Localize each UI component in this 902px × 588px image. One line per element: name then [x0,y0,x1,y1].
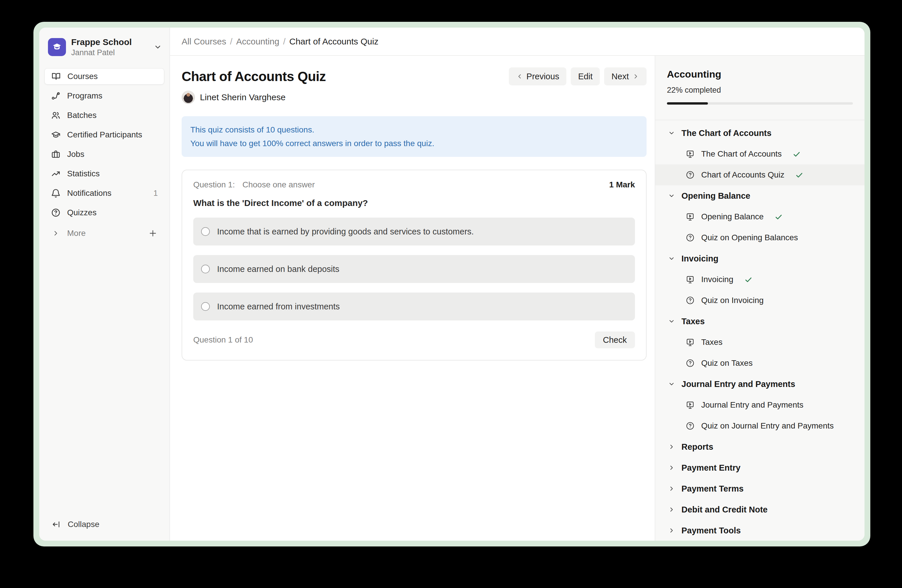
breadcrumb-accounting[interactable]: Accounting [236,37,279,47]
radio-button[interactable] [201,265,210,274]
chevron-down-icon [154,43,162,51]
check-button[interactable]: Check [595,332,635,348]
sidebar-item-courses[interactable]: Courses [44,68,164,84]
breadcrumb-all-courses[interactable]: All Courses [182,37,226,47]
sidebar-item-label: Courses [67,72,98,81]
outline-section-title: Payment Terms [681,484,744,494]
answer-option-2[interactable]: Income earned on bank deposits [193,255,635,283]
sidebar-item-jobs[interactable]: Jobs [44,146,164,163]
quiz-info-line: This quiz consists of 10 questions. [190,123,638,136]
main-content: Chart of Accounts Quiz Previous Edit [170,56,655,541]
outline-section-title: Taxes [681,317,705,326]
course-progress-bar [667,102,853,105]
outline-item-quiz-on-journal-entry-and-payments[interactable]: Quiz on Journal Entry and Payments [655,416,864,436]
outline-section-payment-terms[interactable]: Payment Terms [655,478,864,499]
app-window-frame: Frappe School Jannat Patel CoursesProgra… [33,22,870,546]
plus-icon[interactable] [149,229,157,238]
answer-option-3[interactable]: Income earned from investments [193,292,635,321]
trending-up-icon [51,169,61,179]
sidebar-item-more[interactable]: More [44,225,164,241]
chevron-left-icon [516,73,523,80]
sidebar-item-label: Jobs [67,150,84,159]
chevron-right-icon [632,73,639,80]
outline-item-journal-entry-and-payments[interactable]: Journal Entry and Payments [655,394,864,416]
sidebar-item-label: Programs [67,91,102,100]
outline-section-opening-balance[interactable]: Opening Balance [655,185,864,206]
breadcrumb-separator: / [230,37,232,47]
chevron-right-icon [668,485,675,492]
quiz-info-line: You will have to get 100% correct answer… [190,136,638,150]
edit-label: Edit [578,72,592,81]
sidebar-item-certified-participants[interactable]: Certified Participants [44,127,164,143]
outline-item-opening-balance[interactable]: Opening Balance [655,206,864,227]
question-progress: Question 1 of 10 [193,335,253,344]
course-outline-sidebar: Accounting 22% completed The Chart of Ac… [655,56,864,541]
question-marks: 1 Mark [609,180,635,189]
outline-item-label: Quiz on Opening Balances [701,233,798,242]
answer-option-1[interactable]: Income that is earned by providing goods… [193,217,635,246]
sidebar-item-statistics[interactable]: Statistics [44,166,164,182]
next-button[interactable]: Next [604,67,647,85]
briefcase-icon [51,149,61,159]
radio-button[interactable] [201,227,210,236]
help-circle-icon [51,208,61,217]
sidebar-item-programs[interactable]: Programs [44,88,164,104]
question-text: What is the 'Direct Income' of a company… [193,198,635,208]
outline-section-title: The Chart of Accounts [681,128,772,138]
previous-button[interactable]: Previous [509,67,567,85]
outline-item-quiz-on-taxes[interactable]: Quiz on Taxes [655,353,864,374]
outline-item-quiz-on-opening-balances[interactable]: Quiz on Opening Balances [655,227,864,248]
outline-item-invoicing[interactable]: Invoicing [655,269,864,290]
outline-item-chart-of-accounts-quiz[interactable]: Chart of Accounts Quiz [655,164,864,185]
content-column: All Courses / Accounting / Chart of Acco… [170,28,864,541]
sidebar-item-label: Quizzes [67,208,97,217]
outline-section-debit-and-credit-note[interactable]: Debit and Credit Note [655,499,864,520]
quiz-icon [686,233,695,242]
bell-icon [51,188,61,198]
quiz-icon [686,421,695,430]
sidebar-item-batches[interactable]: Batches [44,107,164,124]
quiz-icon [686,170,695,180]
outline-section-taxes[interactable]: Taxes [655,311,864,332]
outline-section-title: Reports [681,442,713,452]
course-outline-list: The Chart of AccountsThe Chart of Accoun… [655,120,864,541]
sidebar-item-notifications[interactable]: Notifications1 [44,185,164,201]
outline-section-invoicing[interactable]: Invoicing [655,248,864,269]
sidebar-item-label: Batches [67,111,97,120]
sidebar-item-quizzes[interactable]: Quizzes [44,205,164,221]
page-title: Chart of Accounts Quiz [182,69,326,84]
outline-section-the-chart-of-accounts[interactable]: The Chart of Accounts [655,123,864,144]
previous-label: Previous [526,72,559,81]
outline-section-payment-tools[interactable]: Payment Tools [655,520,864,541]
outline-section-title: Payment Entry [681,463,741,473]
quiz-toolbar: Previous Edit Next [509,67,647,85]
outline-section-reports[interactable]: Reports [655,436,864,457]
outline-item-taxes[interactable]: Taxes [655,332,864,353]
lesson-icon [686,400,695,410]
outline-item-label: Taxes [701,338,722,347]
chevron-right-icon [668,527,675,534]
users-icon [51,110,61,120]
workspace-switcher[interactable]: Frappe School Jannat Patel [39,28,169,57]
outline-item-quiz-on-invoicing[interactable]: Quiz on Invoicing [655,290,864,311]
quiz-icon [686,358,695,368]
breadcrumb-current: Chart of Accounts Quiz [290,37,379,47]
sidebar-spacer [39,241,169,516]
outline-section-title: Journal Entry and Payments [681,379,796,389]
outline-section-journal-entry-and-payments[interactable]: Journal Entry and Payments [655,374,864,394]
edit-button[interactable]: Edit [571,67,600,85]
outline-item-the-chart-of-accounts[interactable]: The Chart of Accounts [655,144,864,164]
instructor-avatar [182,91,195,104]
outline-item-label: Quiz on Taxes [701,358,753,368]
completed-check-icon [793,150,800,158]
app-window: Frappe School Jannat Patel CoursesProgra… [39,28,864,541]
outline-section-payment-entry[interactable]: Payment Entry [655,457,864,478]
collapse-sidebar-button[interactable]: Collapse [44,516,164,533]
outline-section-title: Opening Balance [681,191,750,201]
chevron-down-icon [668,192,675,199]
chevron-down-icon [668,381,675,388]
answer-option-label: Income earned from investments [217,302,340,311]
lesson-icon [686,149,695,159]
radio-button[interactable] [201,302,210,311]
more-label: More [67,228,86,238]
